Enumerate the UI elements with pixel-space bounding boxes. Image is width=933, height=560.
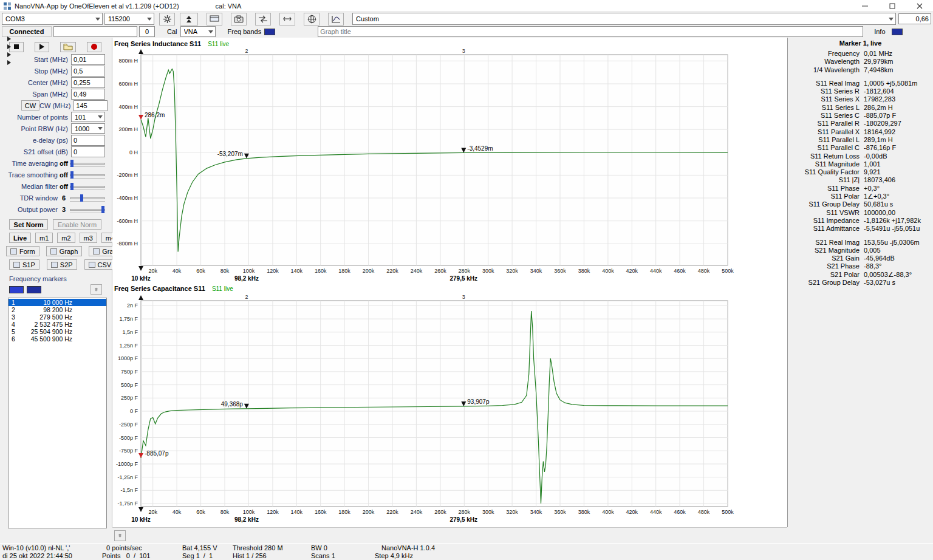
marker-info-row: S11 Series R-1812,604 bbox=[788, 87, 933, 95]
csv-label: CSV bbox=[98, 261, 112, 268]
trace-m1-button[interactable]: m1 bbox=[35, 233, 53, 243]
marker-color-swatch-2[interactable] bbox=[27, 286, 41, 293]
y-tick-label: -800m H bbox=[117, 241, 138, 247]
preset-value: Custom bbox=[356, 15, 379, 22]
chevron-right-icon[interactable] bbox=[7, 36, 11, 41]
chevron-right-icon[interactable] bbox=[7, 60, 11, 65]
com-port-select[interactable]: COM3 bbox=[2, 13, 103, 25]
s21-offset-label: S21 offset (dB) bbox=[0, 148, 68, 155]
frequency-marker-item[interactable]: 3279 500 Hz bbox=[9, 313, 106, 321]
delete-markers-button[interactable] bbox=[91, 284, 102, 295]
close-button[interactable] bbox=[906, 0, 933, 12]
frequency-marker-item[interactable]: 42 532 475 Hz bbox=[9, 321, 106, 328]
freq-bands-color-swatch[interactable] bbox=[264, 29, 275, 35]
x-tick-label: 200k bbox=[363, 509, 375, 515]
clear-chart-button[interactable] bbox=[114, 530, 126, 541]
run-sweep-button[interactable] bbox=[35, 42, 49, 52]
center-freq-field[interactable] bbox=[71, 77, 105, 88]
s2p-save-button[interactable]: S2P bbox=[47, 259, 77, 270]
close-icon bbox=[917, 3, 923, 9]
capacitance-chart[interactable]: 20k40k60k80k100k120k140k160k180k200k220k… bbox=[112, 282, 787, 525]
x-tick-label: 220k bbox=[386, 268, 398, 274]
marker-info-row: 1/4 Wavelength7,4948km bbox=[788, 66, 933, 74]
slider-thumb[interactable] bbox=[70, 160, 73, 167]
slider-thumb[interactable] bbox=[80, 194, 83, 202]
marker-number: 3 bbox=[12, 313, 20, 321]
single-sweep-button[interactable] bbox=[60, 42, 76, 52]
scale-value-field[interactable] bbox=[898, 13, 931, 24]
frequency-marker-list[interactable]: 110 000 Hz298 200 Hz3279 500 Hz42 532 47… bbox=[8, 298, 107, 528]
median-filter-slider[interactable] bbox=[70, 183, 105, 190]
slider-thumb[interactable] bbox=[70, 171, 73, 179]
export-buttons-row: S1P S2P CSV bbox=[0, 259, 112, 270]
slider-thumb[interactable] bbox=[101, 206, 104, 213]
swap-ports-button[interactable] bbox=[255, 13, 271, 26]
maximize-button[interactable] bbox=[878, 0, 906, 12]
form-view-button[interactable]: Form bbox=[6, 246, 39, 256]
marker-info-value: 9,921 bbox=[864, 168, 881, 176]
frequency-marker-item[interactable]: 298 200 Hz bbox=[9, 306, 106, 313]
center-target-button[interactable] bbox=[304, 13, 320, 26]
minimize-button[interactable] bbox=[851, 0, 878, 12]
plot-area[interactable] bbox=[141, 55, 728, 265]
marker-info-label: S11 |Z| bbox=[788, 176, 860, 184]
frequency-markers-label: Frequency markers bbox=[0, 275, 112, 282]
trace-m2-button[interactable]: m2 bbox=[57, 233, 75, 243]
stop-sweep-button[interactable] bbox=[9, 42, 24, 52]
resize-button[interactable] bbox=[279, 13, 295, 26]
edelay-field[interactable] bbox=[71, 135, 105, 146]
slider-thumb[interactable] bbox=[70, 183, 73, 190]
form-icon bbox=[10, 248, 17, 254]
time-averaging-slider[interactable] bbox=[70, 160, 105, 167]
chevron-right-icon[interactable] bbox=[7, 52, 11, 57]
start-freq-field[interactable] bbox=[71, 54, 105, 65]
status-item: Seg 1 / 1 bbox=[182, 552, 213, 559]
s21-offset-field[interactable] bbox=[71, 146, 105, 157]
chevron-right-icon[interactable] bbox=[7, 44, 11, 49]
rbw-select[interactable]: 1000 bbox=[71, 123, 105, 134]
graph-view-button-1[interactable]: Graph bbox=[46, 246, 83, 256]
record-button[interactable] bbox=[87, 42, 101, 52]
screenshot-button[interactable] bbox=[231, 13, 247, 26]
csv-save-button[interactable]: CSV bbox=[84, 259, 116, 270]
enable-norm-button[interactable]: Enable Norm bbox=[53, 219, 101, 230]
preset-select[interactable]: Custom bbox=[352, 13, 896, 25]
trace-live-button[interactable]: Live bbox=[9, 233, 31, 243]
s1p-save-button[interactable]: S1P bbox=[9, 259, 39, 270]
output-power-slider[interactable] bbox=[70, 206, 105, 213]
marker-info-label: S11 Series C bbox=[788, 112, 860, 120]
count-field[interactable] bbox=[139, 26, 155, 37]
cal-mode-select[interactable]: VNA bbox=[180, 26, 216, 37]
info-color-swatch[interactable] bbox=[892, 29, 903, 35]
points-select[interactable]: 101 bbox=[71, 112, 105, 122]
baud-rate-select[interactable]: 115200 bbox=[104, 13, 154, 25]
frequency-marker-item[interactable]: 525 504 900 Hz bbox=[9, 328, 106, 335]
cw-freq-field[interactable] bbox=[73, 100, 108, 111]
set-norm-button[interactable]: Set Norm bbox=[9, 219, 48, 230]
tdr-button[interactable] bbox=[328, 13, 344, 26]
marker-color-swatch-1[interactable] bbox=[9, 286, 24, 293]
graph-title-input[interactable] bbox=[318, 26, 863, 37]
tdr-window-slider[interactable] bbox=[70, 194, 105, 202]
marker-frequency: 45 500 900 Hz bbox=[20, 335, 72, 343]
trace-smoothing-slider[interactable] bbox=[70, 171, 105, 179]
stop-freq-field[interactable] bbox=[71, 66, 105, 77]
span-freq-field[interactable] bbox=[71, 89, 105, 100]
sweep-mode-button[interactable] bbox=[180, 13, 198, 26]
trace-m3-button[interactable]: m3 bbox=[80, 233, 97, 243]
marker-info-value: -5,5491u -j55,051u bbox=[864, 225, 920, 233]
x-tick-label: 320k bbox=[506, 268, 518, 274]
cw-button[interactable]: CW bbox=[21, 100, 39, 111]
output-power-value: 3 bbox=[58, 206, 70, 213]
calibration-button[interactable] bbox=[159, 13, 175, 26]
display-settings-button[interactable] bbox=[207, 13, 222, 26]
status-text-input[interactable] bbox=[53, 26, 137, 37]
sidebar: Start (MHz) Stop (MHz) Center (MHz) Span… bbox=[0, 38, 112, 527]
x-tick-label: 260k bbox=[434, 509, 446, 515]
x-tick-label: 260k bbox=[434, 268, 446, 274]
frequency-marker-item[interactable]: 645 500 900 Hz bbox=[9, 335, 106, 343]
x-tick-label: 320k bbox=[506, 509, 518, 515]
frequency-marker-item[interactable]: 110 000 Hz bbox=[9, 299, 106, 306]
inductance-chart[interactable]: 20k40k60k80k100k120k140k160k180k200k220k… bbox=[112, 38, 787, 282]
y-tick-label: -600m H bbox=[117, 218, 138, 224]
